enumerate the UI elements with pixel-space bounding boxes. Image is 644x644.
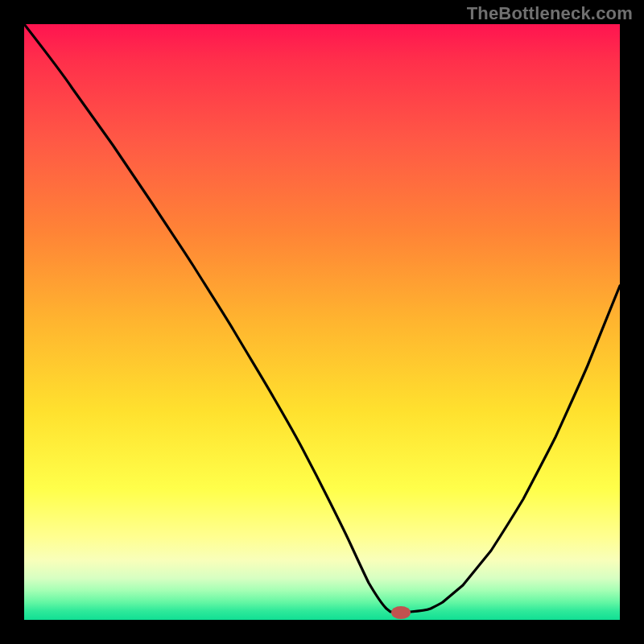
bottleneck-curve-svg	[24, 24, 620, 620]
plot-area	[24, 24, 620, 620]
chart-frame: TheBottleneck.com	[0, 0, 644, 644]
optimal-point-marker	[391, 606, 411, 619]
bottleneck-curve	[24, 24, 620, 612]
watermark-text: TheBottleneck.com	[467, 3, 633, 24]
